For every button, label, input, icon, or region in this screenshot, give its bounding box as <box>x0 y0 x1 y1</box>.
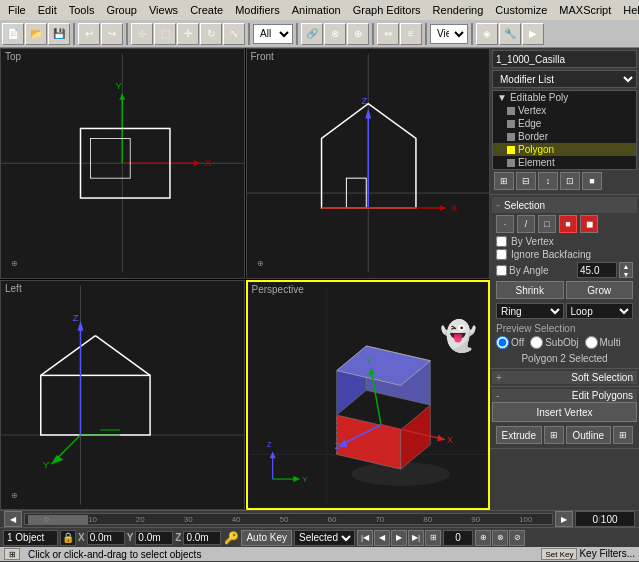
menu-maxscript[interactable]: MAXScript <box>553 2 617 18</box>
border-select-icon[interactable]: □ <box>538 215 556 233</box>
select-btn[interactable]: ⊹ <box>131 23 153 45</box>
element-select-icon[interactable]: ◼ <box>580 215 598 233</box>
edit-polygons-header[interactable]: - Edit Polygons <box>492 389 637 402</box>
object-name-input[interactable] <box>492 50 637 68</box>
by-angle-input[interactable] <box>577 262 617 278</box>
link-btn[interactable]: 🔗 <box>301 23 323 45</box>
insert-vertex-btn[interactable]: Insert Vertex <box>492 402 637 422</box>
subobj-radio-label[interactable]: SubObj <box>530 336 578 349</box>
extra-btn3[interactable]: ⊘ <box>509 530 525 546</box>
prev-frame-btn[interactable]: ◀ <box>374 530 390 546</box>
by-angle-checkbox[interactable] <box>496 265 507 276</box>
extrude-settings-btn[interactable]: ⊞ <box>544 426 564 444</box>
lock-icon-btn[interactable]: 🔒 <box>60 530 76 546</box>
editable-poly-item[interactable]: ▼ Editable Poly <box>493 91 636 104</box>
material-btn[interactable]: ◈ <box>476 23 498 45</box>
shrink-btn[interactable]: Shrink <box>496 281 564 299</box>
open-btn[interactable]: 📂 <box>25 23 47 45</box>
outline-settings-btn[interactable]: ⊞ <box>613 426 633 444</box>
autokey-btn[interactable]: Auto Key <box>241 530 292 546</box>
next-key-btn[interactable]: ⊞ <box>425 530 441 546</box>
timeline-scrollbar[interactable]: 0 10 20 30 40 50 60 70 80 90 100 <box>24 513 553 525</box>
svg-text:Z: Z <box>334 441 340 451</box>
viewport-top[interactable]: Top X Y ⊕ <box>0 48 245 279</box>
y-input[interactable] <box>135 531 173 545</box>
grow-btn[interactable]: Grow <box>566 281 634 299</box>
menu-file[interactable]: File <box>2 2 32 18</box>
menu-animation[interactable]: Animation <box>286 2 347 18</box>
outline-btn[interactable]: Outline <box>566 426 612 444</box>
ring-dropdown[interactable]: Ring <box>496 303 564 319</box>
viewport-perspective[interactable]: Perspective <box>246 280 491 511</box>
frame-field[interactable]: 0 <box>443 530 473 546</box>
frame-counter[interactable]: 0 / 100 <box>575 511 635 527</box>
viewport-front[interactable]: Front X Z ⊕ <box>246 48 491 279</box>
extra-btn2[interactable]: ⊗ <box>492 530 508 546</box>
stack-btn5[interactable]: ■ <box>582 172 602 190</box>
move-btn[interactable]: ✛ <box>177 23 199 45</box>
undo-btn[interactable]: ↩ <box>78 23 100 45</box>
key-filters-link[interactable]: Key Filters... <box>579 548 635 560</box>
polygon-item[interactable]: Polygon <box>493 143 636 156</box>
menu-customize[interactable]: Customize <box>489 2 553 18</box>
menu-modifiers[interactable]: Modifiers <box>229 2 286 18</box>
hint-btn1[interactable]: ⊞ <box>4 548 20 560</box>
align-btn[interactable]: ≡ <box>400 23 422 45</box>
extra-btn1[interactable]: ⊕ <box>475 530 491 546</box>
modifier-list-dropdown[interactable]: Modifier List <box>492 70 637 88</box>
viewport-left[interactable]: Left Z Y ⊕ <box>0 280 245 511</box>
timeline-scroll-right[interactable]: ▶ <box>555 511 573 527</box>
next-frame-btn[interactable]: ▶| <box>408 530 424 546</box>
menu-group[interactable]: Group <box>100 2 143 18</box>
border-item[interactable]: Border <box>493 130 636 143</box>
ignore-backfacing-checkbox[interactable] <box>496 249 507 260</box>
mode-dropdown[interactable]: All <box>253 24 293 44</box>
prev-key-btn[interactable]: |◀ <box>357 530 373 546</box>
view-dropdown[interactable]: View <box>430 24 468 44</box>
stack-btn2[interactable]: ⊟ <box>516 172 536 190</box>
select-region-btn[interactable]: ⬚ <box>154 23 176 45</box>
play-btn[interactable]: ▶ <box>391 530 407 546</box>
menu-edit[interactable]: Edit <box>32 2 63 18</box>
stack-btn3[interactable]: ↕ <box>538 172 558 190</box>
menu-views[interactable]: Views <box>143 2 184 18</box>
bind-btn[interactable]: ⊗ <box>324 23 346 45</box>
redo-btn[interactable]: ↪ <box>101 23 123 45</box>
vertex-item[interactable]: Vertex <box>493 104 636 117</box>
stack-btn1[interactable]: ⊞ <box>494 172 514 190</box>
multi-radio[interactable] <box>585 336 598 349</box>
polygon-select-icon[interactable]: ■ <box>559 215 577 233</box>
render-btn[interactable]: ▶ <box>522 23 544 45</box>
x-input[interactable] <box>87 531 125 545</box>
element-item[interactable]: Element <box>493 156 636 169</box>
edge-item[interactable]: Edge <box>493 117 636 130</box>
multi-radio-label[interactable]: Multi <box>585 336 621 349</box>
by-angle-spinner[interactable]: ▲ ▼ <box>619 262 633 278</box>
stack-btn4[interactable]: ⊡ <box>560 172 580 190</box>
extrude-btn[interactable]: Extrude <box>496 426 542 444</box>
by-vertex-checkbox[interactable] <box>496 236 507 247</box>
vertex-select-icon[interactable]: · <box>496 215 514 233</box>
timeline-scroll-left[interactable]: ◀ <box>4 511 22 527</box>
soft-selection-header[interactable]: + Soft Selection <box>492 371 637 384</box>
rotate-btn[interactable]: ↻ <box>200 23 222 45</box>
off-radio-label[interactable]: Off <box>496 336 524 349</box>
edge-select-icon[interactable]: / <box>517 215 535 233</box>
save-btn[interactable]: 💾 <box>48 23 70 45</box>
loop-dropdown[interactable]: Loop <box>566 303 634 319</box>
menu-tools[interactable]: Tools <box>63 2 101 18</box>
menu-create[interactable]: Create <box>184 2 229 18</box>
scale-btn[interactable]: ⤡ <box>223 23 245 45</box>
mirror-btn[interactable]: ⇔ <box>377 23 399 45</box>
menu-rendering[interactable]: Rendering <box>427 2 490 18</box>
set-key-btn[interactable]: Set Key <box>541 548 577 560</box>
off-radio[interactable] <box>496 336 509 349</box>
hierarchy-btn[interactable]: ⊕ <box>347 23 369 45</box>
menu-help[interactable]: Help <box>617 2 639 18</box>
render-setup-btn[interactable]: 🔧 <box>499 23 521 45</box>
selected-dropdown[interactable]: Selected <box>294 530 355 546</box>
menu-graph-editors[interactable]: Graph Editors <box>347 2 427 18</box>
z-input[interactable] <box>183 531 221 545</box>
new-btn[interactable]: 📄 <box>2 23 24 45</box>
subobj-radio[interactable] <box>530 336 543 349</box>
